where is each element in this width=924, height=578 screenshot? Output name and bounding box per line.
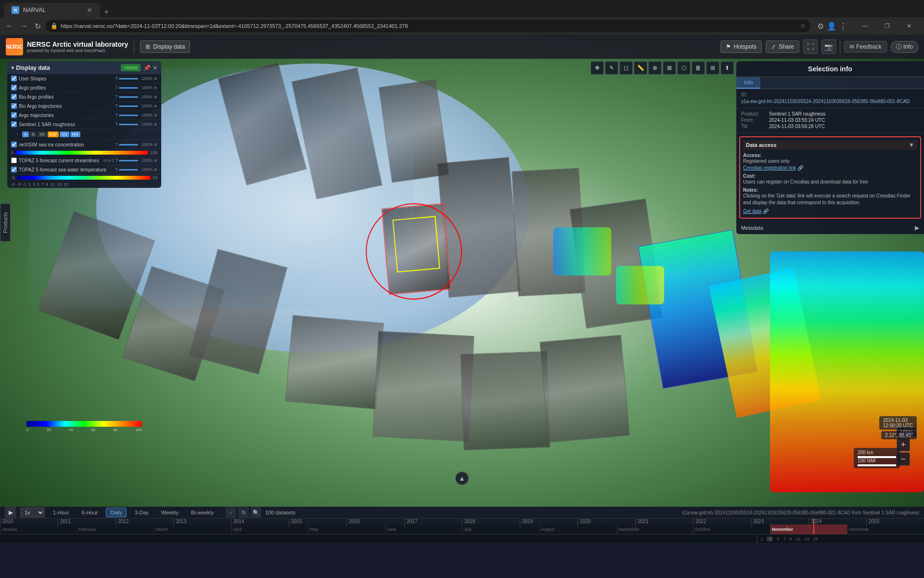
layer-user-shapes[interactable]: User Shapes T 100% ✕ — [7, 74, 161, 83]
draw-tool[interactable]: ✎ — [605, 61, 618, 75]
forward-button[interactable]: → — [18, 20, 30, 32]
layer-topaz-sst[interactable]: TOPAZ 5 forecast sea water temperature T… — [7, 165, 161, 174]
share-button[interactable]: ⤤ Share — [766, 40, 799, 53]
back-button[interactable]: ← — [4, 20, 15, 32]
layer-checkbox[interactable] — [11, 76, 17, 81]
month-sep[interactable]: September — [616, 525, 693, 534]
layer-checkbox[interactable] — [11, 85, 17, 91]
opacity-slider[interactable] — [119, 115, 138, 116]
timespan-1hour[interactable]: 1-Hour — [49, 508, 74, 517]
info-tab[interactable]: Info — [736, 77, 760, 89]
layer-checkbox[interactable] — [11, 121, 17, 127]
play-button[interactable]: ▶ — [5, 507, 16, 518]
opacity-slider[interactable] — [119, 87, 138, 89]
remove-layer-icon[interactable]: ✕ — [154, 85, 157, 91]
measure-tool[interactable]: 📏 — [634, 61, 647, 75]
panel-pin-icon[interactable]: 📌 — [143, 65, 151, 71]
crosshair-tool[interactable]: ⊠ — [663, 61, 676, 75]
creodias-link[interactable]: Creodias registration link 🔗 — [743, 165, 917, 171]
active-tab[interactable]: N NARVAL ✕ — [4, 3, 100, 17]
hotspots-button[interactable]: ⚑ Hotspots — [720, 40, 762, 53]
month-jan[interactable]: January — [0, 525, 77, 534]
layer-nextsim[interactable]: neXtSIM sea ice concentration T 100% ✕ — [7, 140, 161, 149]
month-mar[interactable]: March — [154, 525, 231, 534]
minimize-button[interactable]: — — [854, 17, 876, 35]
tab-close-button[interactable]: ✕ — [87, 6, 92, 14]
remove-layer-icon[interactable]: ✕ — [154, 167, 157, 172]
band-a-button[interactable]: A — [22, 131, 29, 137]
layer-sentinel1[interactable]: Sentinel 1 SAR roughness T 100% ✕ — [7, 120, 161, 129]
layer-checkbox[interactable] — [11, 158, 17, 163]
layer-checkbox[interactable] — [11, 167, 17, 172]
timeline-sync-icon[interactable]: ↻ — [238, 507, 249, 518]
url-bar[interactable]: 🔒 https://narval.nersc.no/?date=2024-11-… — [46, 20, 810, 32]
layer-argo-traj[interactable]: Argo trajectories T 100% ✕ — [7, 111, 161, 120]
screenshot-button[interactable]: 📷 — [821, 39, 836, 54]
layer-checkbox[interactable] — [11, 112, 17, 118]
remove-layer-icon[interactable]: ✕ — [154, 142, 157, 147]
month-apr[interactable]: April — [231, 525, 308, 534]
fullscreen-button[interactable]: ⛶ — [803, 39, 818, 54]
band-vv-button[interactable]: VV — [60, 131, 69, 137]
map-nav-arrow[interactable]: ▲ — [455, 472, 469, 485]
grid-tool[interactable]: ⊞ — [706, 61, 719, 75]
timespan-6hour[interactable]: 6-Hour — [77, 508, 103, 517]
month-jul[interactable]: July — [462, 525, 539, 534]
metadata-expand-icon[interactable]: ▶ — [915, 224, 919, 231]
remove-layer-icon[interactable]: ✕ — [154, 104, 157, 109]
band-hh-button[interactable]: HH — [70, 131, 80, 137]
month-may[interactable]: May — [308, 525, 385, 534]
opacity-slider[interactable] — [119, 105, 138, 107]
opacity-slider[interactable] — [119, 124, 138, 125]
layer-checkbox[interactable] — [11, 94, 17, 100]
opacity-slider[interactable] — [119, 169, 138, 171]
month-dec[interactable]: December — [847, 525, 924, 534]
info-button[interactable]: ⓘ Info — [891, 41, 918, 53]
profile-button[interactable]: 👤 — [827, 22, 836, 31]
close-button[interactable]: ✕ — [898, 17, 920, 35]
map-container[interactable]: 020406080100 NERSC NERSC Arctic virtual … — [0, 35, 924, 543]
opacity-slider[interactable] — [119, 96, 138, 98]
layer-topaz-currents[interactable]: TOPAZ 5 forecast current streamlines m.s… — [7, 156, 161, 165]
restore-button[interactable]: ❐ — [876, 17, 898, 35]
menu-button[interactable]: ⋮ — [839, 22, 847, 31]
panel-close-icon[interactable]: ✕ — [153, 65, 157, 71]
extensions-button[interactable]: ⚙ — [817, 22, 824, 31]
opacity-slider[interactable] — [119, 78, 138, 79]
month-oct[interactable]: October — [693, 525, 770, 534]
select-tool[interactable]: ◻ — [619, 61, 633, 75]
remove-layer-icon[interactable]: ✕ — [154, 94, 157, 100]
metadata-section[interactable]: Metadata ▶ — [736, 222, 924, 234]
month-jun[interactable]: June — [385, 525, 462, 534]
band-ew-button[interactable]: EW — [48, 131, 59, 137]
layer-bio-argo-profiles[interactable]: Bio Argo profiles T 100% ✕ — [7, 92, 161, 102]
add-more-button[interactable]: +more — [121, 64, 141, 71]
layer-checkbox[interactable] — [11, 103, 17, 109]
data-access-toggle[interactable]: ▼ — [909, 142, 914, 148]
month-nov[interactable]: November — [770, 525, 847, 534]
band-b-button[interactable]: B — [30, 131, 37, 137]
opacity-slider[interactable] — [119, 160, 138, 161]
opacity-slider[interactable] — [119, 144, 138, 145]
timeline-search-icon[interactable]: 🔍 — [251, 507, 261, 518]
marker-tool[interactable]: ⊕ — [648, 61, 662, 75]
timespan-3day[interactable]: 3-Day — [130, 508, 153, 517]
layer-argo-profiles[interactable]: Argo profiles T 100% ✕ — [7, 83, 161, 92]
feedback-button[interactable]: ✉ Feedback — [844, 41, 887, 53]
timeline-ruler[interactable]: 2010 2011 2012 2013 2014 2015 2016 2017 … — [0, 519, 924, 534]
creodias-registration-link[interactable]: Creodias registration link — [743, 165, 796, 171]
delete-tool[interactable]: 🗑 — [692, 61, 705, 75]
get-data-link[interactable]: Get data — [743, 209, 761, 214]
layer-checkbox[interactable] — [11, 142, 17, 147]
band-iw-button[interactable]: IW — [38, 131, 47, 137]
remove-layer-icon[interactable]: ✕ — [154, 76, 157, 81]
speed-selector[interactable]: 1x 0.5x 2x — [20, 508, 45, 517]
month-feb[interactable]: February — [77, 525, 154, 534]
polygon-tool[interactable]: ⬡ — [677, 61, 691, 75]
remove-layer-icon[interactable]: ✕ — [154, 122, 157, 127]
timeline-check-icon[interactable]: ✓ — [226, 507, 236, 518]
remove-layer-icon[interactable]: ✕ — [154, 113, 157, 118]
display-data-button[interactable]: ⊞ Display data — [140, 40, 190, 53]
pan-tool[interactable]: ✥ — [590, 61, 604, 75]
month-aug[interactable]: August — [539, 525, 616, 534]
